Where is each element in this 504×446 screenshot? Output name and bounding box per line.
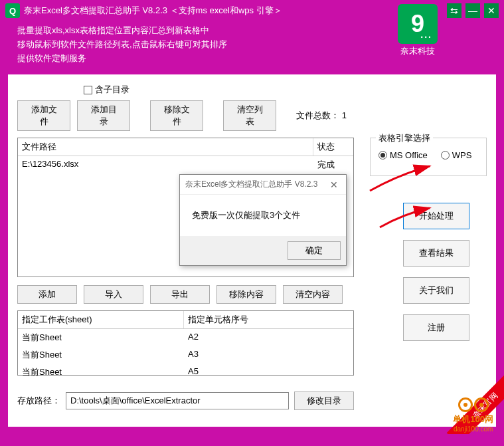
cell-range: A2 — [184, 329, 353, 346]
file-count-value: 1 — [342, 110, 347, 120]
brand-logo-icon: 9 — [398, 4, 438, 44]
cell-status: 完成 — [313, 156, 353, 173]
start-process-button[interactable]: 开始处理 — [403, 203, 469, 229]
checkbox-label: 含子目录 — [95, 84, 129, 96]
checkbox-box-icon — [84, 86, 92, 94]
app-title: 奈末Excel多文档提取汇总助手 V8.2.3 ＜支持ms excel和wps … — [24, 5, 447, 17]
radio-label-wps: WPS — [452, 150, 472, 160]
brand-logo-text: 奈末科技 — [398, 45, 438, 57]
brand-logo: 9 奈末科技 — [398, 4, 438, 57]
alert-dialog: 奈末Excel多文档提取汇总助手 V8.2.3 ✕ 免费版一次仅能提取3个文件 … — [179, 174, 347, 266]
table-row[interactable]: 当前Sheet A5 — [18, 364, 353, 381]
watermark-url: danji100.com — [453, 425, 493, 433]
cell-range: A5 — [184, 364, 353, 381]
save-path-label: 存放路径： — [17, 395, 60, 407]
pin-button[interactable]: ⇆ — [447, 3, 462, 18]
change-dir-button[interactable]: 修改目录 — [294, 391, 354, 410]
dialog-body-text: 免费版一次仅能提取3个文件 — [180, 195, 346, 236]
table-row[interactable]: E:\123456.xlsx 完成 — [18, 156, 353, 173]
app-icon: Q — [5, 3, 20, 18]
about-button[interactable]: 关于我们 — [403, 277, 469, 304]
engine-groupbox: 表格引擎选择 MS Office WPS — [370, 138, 487, 176]
save-path-input[interactable]: D:\tools\桌面\office\ExcelExtractor — [66, 392, 289, 409]
dialog-ok-button[interactable]: 确定 — [288, 241, 341, 260]
sheet-table-header: 指定工作表(sheet) 指定单元格序号 — [18, 311, 353, 329]
cell-sheet: 当前Sheet — [18, 346, 184, 364]
cell-sheet: 当前Sheet — [18, 329, 184, 346]
watermark-circle-icon — [458, 397, 473, 412]
watermark-circle-icon — [474, 397, 489, 412]
col-header-cell: 指定单元格序号 — [184, 311, 353, 328]
col-header-path: 文件路径 — [18, 138, 313, 156]
remove-content-button[interactable]: 移除内容 — [216, 285, 276, 304]
col-header-sheet: 指定工作表(sheet) — [18, 311, 184, 328]
close-button[interactable]: ✕ — [484, 3, 499, 18]
radio-wps[interactable]: WPS — [441, 150, 472, 160]
cell-range: A3 — [184, 346, 353, 364]
export-button[interactable]: 导出 — [150, 285, 210, 304]
table-row[interactable]: 当前Sheet A2 — [18, 329, 353, 346]
dialog-title: 奈末Excel多文档提取汇总助手 V8.2.3 — [185, 179, 327, 190]
radio-ms-office[interactable]: MS Office — [378, 150, 428, 160]
minimize-button[interactable]: — — [465, 3, 480, 18]
radio-label-ms: MS Office — [390, 150, 428, 160]
sheet-table[interactable]: 指定工作表(sheet) 指定单元格序号 当前Sheet A2 当前Sheet … — [17, 310, 354, 376]
clear-list-button[interactable]: 清空列表 — [223, 100, 276, 131]
file-count-label: 文件总数： — [296, 110, 339, 120]
cell-path: E:\123456.xlsx — [18, 156, 313, 173]
radio-circle-icon — [441, 151, 450, 160]
add-file-button[interactable]: 添加文件 — [17, 100, 70, 131]
register-button[interactable]: 注册 — [403, 314, 469, 341]
col-header-status: 状态 — [313, 138, 353, 156]
checkbox-include-subdir[interactable]: 含子目录 — [84, 84, 129, 96]
engine-group-title: 表格引擎选择 — [376, 132, 433, 144]
dialog-close-button[interactable]: ✕ — [327, 179, 341, 190]
radio-circle-icon — [378, 151, 387, 160]
file-table-header: 文件路径 状态 — [18, 138, 353, 156]
cell-sheet: 当前Sheet — [18, 364, 184, 381]
table-row[interactable]: 当前Sheet A3 — [18, 346, 353, 364]
add-dir-button[interactable]: 添加目录 — [77, 100, 130, 131]
add-row-button[interactable]: 添加 — [17, 285, 77, 304]
view-result-button[interactable]: 查看结果 — [403, 240, 469, 267]
watermark-logo: 单机100网 danji100.com — [453, 397, 493, 433]
remove-file-button[interactable]: 移除文件 — [150, 100, 203, 131]
import-button[interactable]: 导入 — [84, 285, 143, 304]
watermark-name: 单机100网 — [453, 413, 493, 425]
main-panel: 含子目录 添加文件 添加目录 移除文件 清空列表 文件总数： 1 文件路径 状态 — [8, 74, 496, 427]
clear-content-button[interactable]: 清空内容 — [283, 285, 343, 304]
